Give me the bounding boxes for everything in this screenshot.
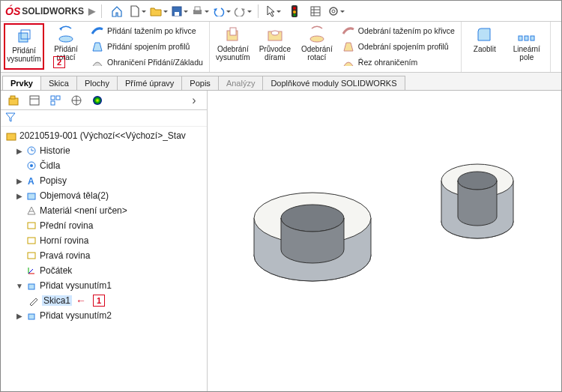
cut-loft-icon	[342, 40, 355, 53]
tab-popis[interactable]: Popis	[181, 76, 219, 90]
ribbon: Přidání vysunutím 2 Přidání rotací Přidá…	[1, 22, 561, 73]
feature-manager-panel-tab[interactable]	[5, 93, 22, 108]
panel-expand-button[interactable]: ›	[186, 93, 202, 108]
expand-icon[interactable]: ▶	[16, 177, 23, 185]
home-icon	[111, 5, 123, 17]
rebuild-button[interactable]	[285, 3, 303, 19]
tab-plochy[interactable]: Plochy	[76, 76, 118, 90]
cut-sweep-button[interactable]: Odebrání tažením po křivce	[339, 23, 458, 38]
material-icon	[25, 205, 37, 217]
svg-text:A: A	[28, 176, 34, 186]
ribbon-cut-group: Odebrání vysunutím Průvodce dírami Odebr…	[210, 22, 462, 72]
traffic-light-icon	[291, 5, 297, 17]
plane-icon	[25, 250, 37, 262]
fillet-icon	[475, 25, 495, 44]
tree-origin[interactable]: Počátek	[1, 263, 207, 278]
configuration-manager-panel-tab[interactable]	[47, 93, 64, 108]
tree-material[interactable]: Materiál <není určen>	[1, 203, 207, 218]
new-icon	[130, 5, 140, 17]
print-button[interactable]	[192, 3, 210, 19]
arrow-left-icon: ←	[76, 295, 86, 307]
linear-pattern-icon	[517, 25, 537, 44]
svg-line-48	[28, 269, 33, 274]
tab-addins[interactable]: Doplňkové moduly SOLIDWORKS	[262, 76, 405, 90]
property-manager-panel-tab[interactable]	[26, 93, 43, 108]
open-button[interactable]	[150, 3, 168, 19]
undo-icon	[213, 6, 225, 16]
tree-right-plane[interactable]: Pravá rovina	[1, 248, 207, 263]
svg-point-6	[293, 10, 296, 13]
tree-front-plane[interactable]: Přední rovina	[1, 218, 207, 233]
tree-bodies[interactable]: ▶Objemová těla(2)	[1, 188, 207, 203]
tree-root[interactable]: 20210519-001 (Výchozí<<Výchozí>_Stav	[1, 128, 207, 143]
boundary-boss-button[interactable]: Ohraničení Přidání/Základu	[88, 55, 206, 70]
save-icon	[172, 6, 182, 16]
svg-rect-45	[28, 253, 35, 259]
extrude-icon	[14, 26, 34, 46]
collapse-icon[interactable]: ▼	[16, 282, 23, 290]
tree-feat2[interactable]: ▶Přidat vysunutím2	[1, 308, 207, 323]
undo-button[interactable]	[213, 3, 231, 19]
cut-boundary-icon	[342, 55, 355, 69]
expand-icon[interactable]: ▶	[16, 192, 23, 200]
home-button[interactable]	[108, 3, 126, 19]
tab-prime-upravy[interactable]: Přímé úpravy	[117, 76, 182, 90]
tree-history[interactable]: ▶Historie	[1, 143, 207, 158]
sweep-icon	[91, 24, 104, 37]
display-manager-panel-tab[interactable]	[89, 93, 106, 108]
save-button[interactable]	[171, 3, 189, 19]
cut-sweep-icon	[342, 24, 355, 37]
linear-pattern-button[interactable]: Lineární pole	[507, 23, 547, 70]
app-logo: ÓS SOLIDWORKS ▶	[5, 5, 95, 17]
svg-rect-1	[175, 12, 179, 16]
tab-prvky[interactable]: Prvky	[2, 76, 41, 90]
sweep-boss-button[interactable]: Přidání tažením po křivce	[88, 23, 206, 38]
tab-skica[interactable]: Skica	[40, 76, 77, 90]
fillet-button[interactable]: Zaoblit	[465, 23, 505, 70]
filter-icon[interactable]	[5, 112, 16, 125]
gear-icon	[328, 6, 339, 16]
svg-point-13	[332, 10, 335, 13]
dimxpert-panel-tab[interactable]	[68, 93, 85, 108]
cut-loft-button[interactable]: Odebrání spojením profilů	[339, 39, 458, 54]
cursor-icon	[266, 5, 275, 17]
boundary-icon	[91, 55, 104, 69]
tab-analyzy[interactable]: Analýzy	[218, 76, 264, 90]
tree-sensors[interactable]: Čidla	[1, 158, 207, 173]
new-button[interactable]	[129, 3, 147, 19]
plane-icon	[25, 235, 37, 247]
extrude-feature-icon	[25, 280, 37, 292]
select-button[interactable]	[265, 3, 282, 19]
svg-point-7	[293, 13, 295, 16]
cut-boundary-button[interactable]: Řez ohraničením	[339, 55, 458, 70]
cut-revolve-icon	[307, 25, 327, 44]
svg-point-5	[293, 7, 296, 10]
svg-rect-41	[28, 193, 35, 199]
extrude-boss-button[interactable]: Přidání vysunutím	[4, 23, 44, 70]
cut-revolve-button[interactable]: Odebrání rotací	[297, 23, 337, 70]
revolve-boss-button[interactable]: Přidání rotací	[46, 23, 86, 70]
svg-rect-22	[519, 36, 522, 40]
part-icon	[5, 130, 17, 142]
feature-manager-panel: › 20210519-001 (Výchozí<<Výchozí>_Stav ▶…	[1, 91, 208, 391]
graphics-viewport[interactable]	[208, 91, 561, 391]
loft-boss-button[interactable]: Přidání spojením profilů	[88, 39, 206, 54]
spreadsheet-icon	[310, 6, 321, 16]
settings-button[interactable]	[327, 3, 345, 19]
tree-top-plane[interactable]: Horní rovina	[1, 233, 207, 248]
tree-annotations[interactable]: ▶APopisy	[1, 173, 207, 188]
solid-body-icon	[25, 190, 37, 202]
expand-icon[interactable]: ▶	[16, 312, 23, 320]
expand-icon[interactable]: ▶	[16, 147, 23, 155]
tree-sketch1[interactable]: Skica1 ← 1	[1, 293, 207, 308]
tree-feat1[interactable]: ▼Přidat vysunutím1	[1, 278, 207, 293]
sketch-icon	[28, 295, 40, 307]
ribbon-features-group: Přidání vysunutím 2 Přidání rotací Přidá…	[1, 22, 210, 72]
svg-point-12	[330, 7, 337, 15]
bom-button[interactable]	[306, 3, 324, 19]
svg-rect-3	[195, 7, 200, 10]
redo-button[interactable]	[234, 3, 252, 19]
cut-extrude-button[interactable]: Odebrání vysunutím	[213, 23, 253, 70]
main-area: › 20210519-001 (Výchozí<<Výchozí>_Stav ▶…	[1, 91, 561, 391]
hole-wizard-button[interactable]: Průvodce dírami	[255, 23, 295, 70]
